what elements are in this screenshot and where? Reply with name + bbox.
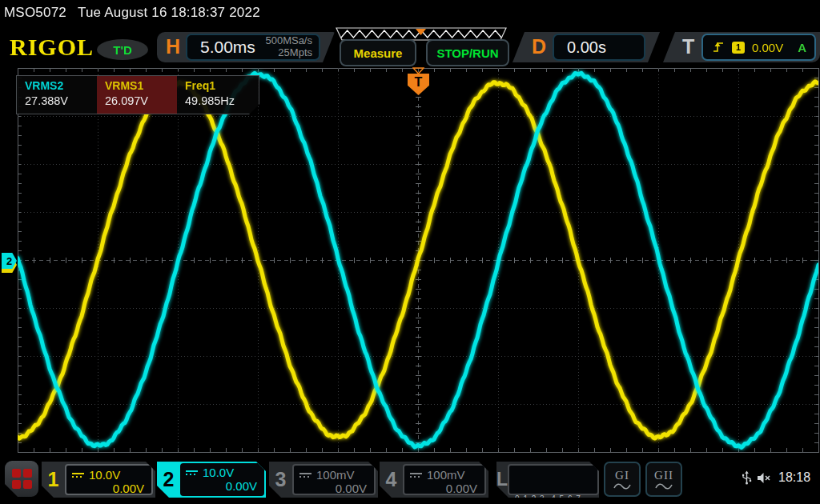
menu-button[interactable]	[5, 461, 38, 497]
channel-2-box-active[interactable]: 2 10.0V 0.00V	[157, 462, 266, 498]
clock: 18:18	[778, 470, 810, 485]
logic-channels: 0 1 2 3 4 5 6 7 8 9 1011 12131415	[508, 464, 598, 495]
menu-grid-icon	[12, 469, 32, 489]
horizontal-settings-box[interactable]: H 5.00ms 500MSa/s 25Mpts	[157, 32, 335, 62]
measurement-value: 27.388V	[25, 94, 97, 107]
horizontal-label: H	[166, 35, 180, 58]
logic-label: L	[496, 462, 508, 498]
title-bar: MSO5072Tue August 16 18:18:37 2022	[4, 5, 271, 21]
channel-3-scale: 100mV	[316, 468, 355, 482]
channel-3-info: 100mV 0.00V	[292, 464, 376, 495]
channel-1-scale: 10.0V	[89, 468, 120, 482]
measurement-vrms1-selected[interactable]: VRMS1 26.097V	[97, 76, 177, 114]
trigger-status-badge: T'D	[97, 39, 148, 60]
trigger-label: T	[682, 35, 694, 58]
channel-3-box[interactable]: 3 100mV 0.00V	[269, 462, 378, 498]
rising-edge-icon	[713, 41, 725, 54]
measure-button[interactable]: Measure	[340, 39, 416, 66]
trigger-settings-box[interactable]: T 1 0.00V A	[663, 32, 820, 62]
datetime: Tue August 16 18:18:37 2022	[78, 5, 260, 20]
trigger-mode: A	[798, 41, 806, 54]
toolbar: RIGOL T'D H 5.00ms 500MSa/s 25Mpts Measu…	[0, 26, 820, 67]
channel-1-number: 1	[42, 462, 65, 498]
memory-depth: 25Mpts	[265, 47, 312, 59]
delay-value: 0.00s	[567, 38, 606, 57]
delay-label: D	[532, 35, 546, 58]
channel-2-offset: 0.00V	[180, 479, 264, 493]
measurement-freq1[interactable]: Freq1 49.985Hz	[177, 76, 257, 114]
channel-4-box[interactable]: 4 100mV 0.00V	[380, 462, 488, 498]
acquisition-info: 500MSa/s 25Mpts	[265, 35, 312, 58]
channel-2-number: 2	[157, 462, 180, 498]
speaker-muted-icon	[757, 472, 773, 484]
measurement-overlay[interactable]: VRMS2 27.388V VRMS1 26.097V Freq1 49.985…	[16, 75, 259, 114]
channel-2-scale: 10.0V	[203, 466, 234, 479]
sine-wave-icon	[613, 482, 631, 490]
rigol-logo: RIGOL	[10, 34, 94, 61]
sample-rate: 500MSa/s	[265, 35, 312, 47]
channel-1-box[interactable]: 1 10.0V 0.00V	[42, 462, 155, 498]
generator-1-box[interactable]: GI	[604, 462, 641, 497]
logic-analyzer-box[interactable]: L 0 1 2 3 4 5 6 7 8 9 1011 12131415	[496, 462, 599, 498]
generator-1-label: GI	[615, 469, 629, 482]
timebase-value: 5.00ms	[200, 38, 265, 57]
logic-row-0-7: 0 1 2 3 4 5 6 7	[515, 493, 597, 504]
channel-4-info: 100mV 0.00V	[403, 464, 486, 495]
trigger-source-badge: 1	[732, 42, 745, 54]
channel-4-offset: 0.00V	[404, 482, 484, 495]
generator-2-label: GII	[654, 469, 673, 482]
dc-coupling-icon	[186, 470, 198, 475]
bottom-bar: 1 10.0V 0.00V 2 10.0V 0.00V 3 100mV 0.00…	[0, 458, 820, 504]
dc-coupling-icon	[72, 473, 84, 478]
usb-icon	[742, 470, 752, 485]
channel-4-number: 4	[380, 462, 403, 498]
measurement-label: Freq1	[185, 79, 257, 92]
channel-3-offset: 0.00V	[294, 482, 374, 495]
channel-1-info: 10.0V 0.00V	[65, 464, 153, 495]
dc-coupling-icon	[299, 473, 312, 478]
channel-2-info: 10.0V 0.00V	[180, 463, 264, 496]
channel-1-offset: 0.00V	[66, 482, 151, 495]
model-name: MSO5072	[4, 5, 66, 20]
dc-coupling-icon	[410, 473, 422, 478]
timebase-box[interactable]: 5.00ms 500MSa/s 25Mpts	[186, 34, 320, 61]
delay-settings-box[interactable]: D 0.00s	[512, 32, 660, 62]
channel-3-number: 3	[269, 462, 292, 498]
trigger-box[interactable]: 1 0.00V A	[701, 34, 816, 61]
delay-box[interactable]: 0.00s	[553, 34, 645, 61]
channel-4-scale: 100mV	[427, 468, 465, 482]
trigger-level: 0.00V	[752, 41, 783, 54]
sine-wave-icon	[655, 482, 673, 490]
measurement-value: 26.097V	[105, 94, 177, 107]
trigger-position-outline-icon	[412, 67, 424, 74]
measurement-vrms2[interactable]: VRMS2 27.388V	[17, 76, 97, 114]
measurement-label: VRMS2	[25, 79, 97, 92]
generator-2-box[interactable]: GII	[645, 462, 682, 497]
measurement-label: VRMS1	[105, 79, 177, 92]
measurement-value: 49.985Hz	[185, 94, 257, 107]
stop-run-button[interactable]: STOP/RUN	[426, 39, 509, 66]
